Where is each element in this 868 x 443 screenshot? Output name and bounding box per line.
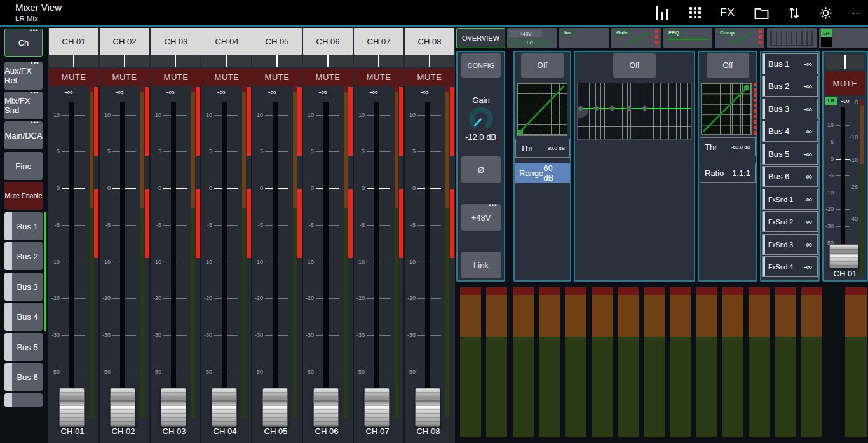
channel-header[interactable]: CH 04 [201, 28, 252, 55]
eq-band-handle[interactable] [593, 106, 600, 112]
fader-handle[interactable] [262, 388, 288, 427]
fader-handle[interactable] [59, 388, 85, 427]
eq-graph[interactable] [577, 83, 692, 140]
sidebar-item-mix-fx-snd[interactable]: •••Mix/FX Snd [4, 92, 43, 119]
fader-handle[interactable] [313, 388, 339, 427]
mute-button[interactable]: MUTE [151, 69, 201, 86]
send-row-bus-5[interactable]: Bus 5-∞ [762, 144, 818, 165]
mini-comp-panel[interactable]: Comp [715, 28, 764, 48]
pan-indicator[interactable] [49, 55, 98, 67]
send-row-bus-3[interactable]: Bus 3-∞ [762, 99, 818, 119]
apps-grid-icon[interactable] [689, 7, 701, 18]
overview-tab[interactable]: OVERVIEW [456, 28, 505, 48]
mini-sends-panel[interactable] [767, 28, 817, 48]
pan-indicator[interactable] [252, 55, 302, 67]
fader-track[interactable] [374, 102, 379, 389]
fader-handle[interactable] [110, 388, 135, 427]
channel-header[interactable]: CH 01 [49, 28, 98, 55]
comp-ratio-box[interactable]: Ratio 1.1:1 [700, 163, 756, 183]
phantom-button[interactable]: ••• +48V [461, 204, 501, 231]
send-row-fxsnd-3[interactable]: FxSnd 3-∞ [762, 234, 818, 255]
comp-off-button[interactable]: Off [707, 53, 749, 78]
sidebar-item-partial[interactable] [4, 393, 43, 407]
phase-button[interactable]: Ø [461, 156, 501, 183]
gate-range-box[interactable]: Range 60 dB [515, 163, 570, 183]
channel-header[interactable]: CH 07 [354, 28, 403, 55]
mute-button[interactable]: MUTE [201, 69, 252, 86]
pan-indicator[interactable] [151, 55, 200, 67]
lr-fader-track[interactable] [841, 107, 845, 254]
sidebar-scroll-indicator[interactable] [44, 212, 46, 331]
sidebar-item-bus-4[interactable]: Bus 4 [4, 303, 43, 331]
fader-handle[interactable] [161, 388, 186, 427]
mute-button[interactable]: MUTE [100, 69, 149, 86]
pan-indicator[interactable] [354, 55, 403, 67]
sidebar-item-mute-enable[interactable]: Mute Enable [4, 182, 43, 210]
send-row-fxsnd-1[interactable]: FxSnd 1-∞ [762, 189, 818, 210]
send-row-fxsnd-4[interactable]: FxSnd 4-∞ [762, 256, 818, 277]
send-row-fxsnd-2[interactable]: FxSnd 2-∞ [762, 211, 818, 232]
channel-header[interactable]: CH 02 [100, 28, 149, 55]
eq-off-button[interactable]: Off [613, 53, 656, 78]
sidebar-item-main-dca[interactable]: •••Main/DCA [4, 121, 43, 149]
folder-icon[interactable] [754, 7, 769, 19]
channel-header[interactable]: CH 08 [405, 28, 454, 55]
channel-header[interactable]: CH 06 [303, 28, 353, 55]
fx-button[interactable]: FX [721, 6, 735, 19]
mini-preamp-panel[interactable]: +48V LC [507, 28, 557, 48]
send-row-bus-2[interactable]: Bus 2-∞ [762, 76, 818, 97]
eq-band-handle[interactable] [609, 106, 616, 112]
gain-knob[interactable] [469, 107, 493, 131]
fader-handle[interactable] [212, 388, 237, 427]
config-button[interactable]: CONFIG [461, 53, 501, 78]
pan-indicator[interactable] [405, 55, 454, 67]
pan-indicator[interactable] [303, 55, 353, 67]
fader-track[interactable] [273, 102, 278, 389]
fader-handle[interactable] [364, 388, 390, 427]
mini-gate-panel[interactable]: Gate [611, 28, 661, 48]
sidebar-item-aux-fx-ret[interactable]: •••Aux/FX Ret [4, 62, 43, 90]
mini-main-panel[interactable]: LR [819, 28, 868, 48]
channel-header[interactable]: CH 03 [151, 28, 201, 55]
mute-button[interactable]: MUTE [49, 69, 98, 86]
lr-mute-button[interactable]: MUTE [825, 71, 865, 95]
eq-band-handle[interactable] [642, 106, 648, 112]
fader-track[interactable] [171, 102, 176, 389]
channel-header[interactable]: CH 05 [252, 28, 302, 55]
sidebar-item-bus-1[interactable]: Bus 1 [4, 212, 43, 240]
mute-button[interactable]: MUTE [252, 69, 302, 86]
gear-icon[interactable] [819, 6, 832, 20]
mini-peq-panel[interactable]: PEQ [663, 28, 712, 48]
send-row-bus-6[interactable]: Bus 6-∞ [762, 166, 818, 187]
link-button[interactable]: Link [461, 252, 501, 278]
fader-handle[interactable] [415, 388, 440, 427]
pan-indicator[interactable] [100, 55, 149, 67]
more-menu-icon[interactable]: ... [852, 6, 862, 20]
pan-indicator[interactable] [201, 55, 251, 67]
send-row-bus-1[interactable]: Bus 1-∞ [762, 53, 818, 74]
lr-fader-handle[interactable] [829, 244, 858, 268]
fader-track[interactable] [69, 102, 74, 389]
sidebar-item-bus-3[interactable]: Bus 3 [4, 273, 43, 301]
updown-arrows-icon[interactable] [789, 6, 799, 20]
mute-button[interactable]: MUTE [405, 69, 454, 86]
sidebar-item-bus-2[interactable]: Bus 2 [4, 242, 43, 270]
sidebar-item-ch[interactable]: •••Ch [4, 29, 43, 57]
fader-track[interactable] [222, 102, 227, 389]
gate-off-button[interactable]: Off [521, 53, 564, 78]
fader-track[interactable] [425, 102, 430, 389]
mute-button[interactable]: MUTE [303, 69, 353, 86]
gate-graph[interactable] [517, 83, 567, 136]
fader-track[interactable] [120, 102, 125, 389]
mute-button[interactable]: MUTE [354, 69, 403, 86]
meters-icon[interactable] [654, 6, 670, 20]
fader-track[interactable] [323, 102, 329, 389]
comp-threshold-box[interactable]: Thr -60.0 dB [700, 137, 756, 156]
gate-threshold-box[interactable]: Thr -80.0 dB [515, 139, 570, 158]
sidebar-item-bus-5[interactable]: Bus 5 [4, 333, 43, 361]
sidebar-item-bus-6[interactable]: Bus 6 [4, 363, 43, 391]
lr-pan-indicator[interactable] [826, 55, 864, 69]
sidebar-item-fine[interactable]: Fine [4, 152, 43, 180]
send-row-bus-4[interactable]: Bus 4-∞ [762, 121, 818, 142]
mini-insert-panel[interactable]: Ins [559, 28, 609, 48]
